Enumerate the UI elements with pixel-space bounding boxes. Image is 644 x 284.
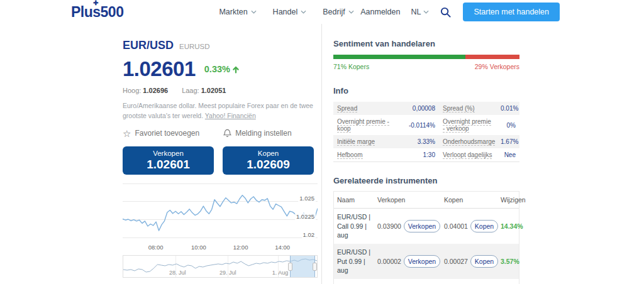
sell-button[interactable]: Verkopen 1.02601	[123, 146, 214, 175]
instrument-symbol: EURUSD	[179, 43, 210, 50]
row-buy-button[interactable]: Kopen	[470, 220, 498, 232]
col-header-wijzigen: Wijzigen	[497, 192, 529, 208]
info-label[interactable]: Spread	[333, 102, 395, 115]
navigator-date-label: 29. Jul	[219, 270, 236, 276]
navigator-date-label: 1. Aug	[272, 270, 289, 276]
chart-navigator[interactable]: 28. Jul 29. Jul 1. Aug	[123, 255, 318, 278]
navigator-selection[interactable]	[290, 256, 315, 277]
sellers-label: 29% Verkopers	[475, 63, 519, 70]
buy-quote: 0.04001	[441, 219, 467, 234]
y-axis-label: 1.025	[298, 195, 316, 202]
current-price: 1.02601	[123, 57, 196, 81]
low-value: 1.02051	[201, 87, 226, 94]
navigator-handle-right[interactable]	[313, 263, 317, 271]
instrument-description: Euro/Amerikaanse dollar. Meest populaire…	[123, 101, 316, 121]
high-label: Hoog:	[123, 87, 141, 94]
info-label[interactable]: Hefboom	[333, 148, 395, 161]
info-label[interactable]: Overnight premie - koop	[333, 115, 395, 135]
price-line	[123, 195, 318, 230]
info-label[interactable]: Overnight premie - verkoop	[439, 115, 497, 135]
chevron-down-icon	[301, 10, 306, 14]
x-axis: 08:00 10:00 12:00 14:00	[123, 244, 318, 252]
nav-item-handel[interactable]: Handel	[273, 8, 307, 16]
row-buy-button[interactable]: Kopen	[470, 255, 498, 268]
change-value: 3.57%	[497, 254, 523, 269]
header-right: Aanmelden NL Starten met handelen	[360, 3, 560, 21]
row-sell-button[interactable]: Verkopen	[404, 220, 440, 232]
price-chart: 1.025 1.0225 1.02 08:00 10:00 12:00 14:0…	[123, 182, 318, 284]
sentiment-bar-sellers	[465, 55, 519, 59]
row-sell-button[interactable]: Verkopen	[404, 255, 440, 268]
main-nav: Markten Handel Bedrijf	[219, 8, 353, 16]
col-header-verkopen: Verkopen	[374, 192, 401, 208]
buyers-label: 71% Kopers	[333, 63, 369, 70]
add-favorite-button[interactable]: ☆ Favoriet toevoegen	[123, 129, 199, 138]
info-value: -0.0114%	[395, 119, 439, 132]
info-table: Spread 0,00008 Spread (%) 0.01% Overnigh…	[333, 102, 519, 162]
details-panel: Sentiment van handelaren 71% Kopers 29% …	[322, 24, 519, 284]
instrument-panel: EUR/USD EURUSD 1.02601 0.33% Hoog:1.0269…	[119, 24, 322, 284]
table-row: EUR/USD | Call 0.995 | aug 0.03402 Verko…	[334, 279, 519, 284]
info-label[interactable]: Onderhoudsmarge	[439, 135, 497, 148]
sell-quote: 0.00002	[374, 254, 401, 269]
bell-icon	[223, 129, 231, 138]
x-axis-label: 08:00	[148, 244, 164, 251]
info-row: Hefboom 1:30 Verloopt dagelijks Nee	[333, 148, 519, 161]
nav-item-markten[interactable]: Markten	[219, 8, 256, 16]
x-axis-label: 12:00	[233, 244, 248, 251]
info-row: Initiële marge 3.33% Onderhoudsmarge 1.6…	[333, 135, 519, 148]
arrow-up-icon	[232, 65, 240, 74]
navigator-date-label: 28. Jul	[169, 270, 186, 276]
info-value: 3.33%	[395, 135, 439, 148]
nav-item-bedrijf[interactable]: Bedrijf	[323, 8, 353, 16]
instrument-link[interactable]: EUR/USD | Put 0.99 | aug	[334, 244, 374, 279]
search-icon[interactable]	[440, 6, 452, 18]
info-row: Overnight premie - koop -0.0114% Overnig…	[333, 115, 519, 135]
sentiment-bar-buyers	[333, 55, 465, 59]
info-value: 0.01%	[497, 102, 519, 115]
yahoo-finance-link[interactable]: Yahoo! Financiën	[205, 112, 256, 119]
navigator-handle-left[interactable]	[288, 263, 292, 271]
instrument-name: EUR/USD	[123, 39, 174, 52]
instrument-link[interactable]: EUR/USD | Call 0.99 | aug	[334, 209, 374, 244]
y-axis-label: 1.0225	[295, 213, 316, 220]
plus500-logo[interactable]: Plus500 ✚	[71, 4, 123, 21]
table-row: EUR/USD | Call 0.99 | aug 0.03900 Verkop…	[334, 209, 519, 244]
table-row: EUR/USD | Put 0.99 | aug 0.00002 Verkope…	[334, 244, 519, 279]
start-trading-button[interactable]: Starten met handelen	[463, 3, 560, 21]
info-label[interactable]: Spread (%)	[439, 102, 497, 115]
main-content: EUR/USD EURUSD 1.02601 0.33% Hoog:1.0269…	[119, 24, 522, 284]
info-value: 0%	[497, 119, 519, 132]
chevron-down-icon	[423, 10, 429, 14]
buy-price: 1.02609	[247, 158, 290, 172]
login-link[interactable]: Aanmelden	[360, 8, 400, 16]
instrument-link[interactable]: EUR/USD | Call 0.995 | aug	[334, 279, 374, 284]
info-label[interactable]: Initiële marge	[333, 135, 395, 148]
info-section: Info Spread 0,00008 Spread (%) 0.01% Ove…	[333, 86, 519, 162]
info-value: 0,00008	[395, 102, 439, 115]
set-alert-button[interactable]: Melding instellen	[223, 129, 291, 138]
low-label: Laag:	[182, 87, 199, 94]
buy-quote: 0.00027	[441, 254, 467, 269]
top-header: Plus500 ✚ Markten Handel Bedrijf Aanmeld…	[0, 0, 644, 24]
info-label[interactable]: Verloopt dagelijks	[439, 148, 497, 161]
plus-icon: ✚	[93, 0, 98, 6]
sell-quote: 0.03900	[374, 219, 401, 234]
sentiment-bar	[333, 55, 519, 59]
info-title: Info	[333, 86, 519, 96]
info-value: 1.67%	[497, 135, 519, 148]
x-axis-label: 10:00	[191, 244, 206, 251]
table-header: Naam Verkopen Kopen Wijzigen	[334, 192, 519, 209]
language-selector[interactable]: NL	[411, 8, 429, 16]
change-percent: 0.33%	[204, 64, 230, 74]
chart-plot-area: 1.025 1.0225 1.02	[123, 182, 318, 243]
sell-price: 1.02601	[147, 158, 190, 172]
y-axis-label: 1.02	[302, 231, 316, 238]
chevron-down-icon	[251, 10, 257, 14]
buy-button[interactable]: Kopen 1.02609	[223, 146, 314, 175]
info-value: Nee	[497, 148, 519, 161]
sentiment-title: Sentiment van handelaren	[333, 39, 519, 48]
related-title: Gerelateerde instrumenten	[333, 176, 519, 185]
high-value: 1.02696	[143, 87, 168, 94]
x-axis-label: 14:00	[275, 244, 290, 251]
